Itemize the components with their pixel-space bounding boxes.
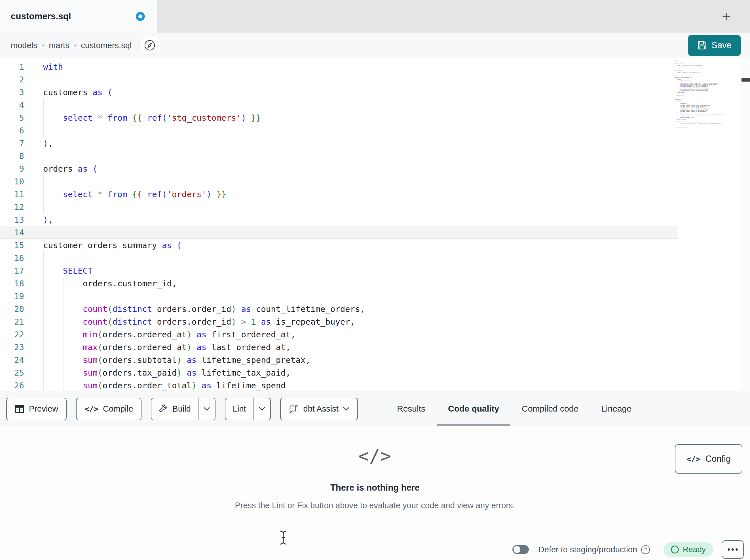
lint-dropdown-button[interactable]	[254, 398, 270, 420]
minimap[interactable]: with customers as ( select * from {{ ref…	[674, 60, 726, 132]
build-button-label: Build	[172, 404, 191, 414]
new-tab-button[interactable]: +	[703, 0, 750, 33]
code-line[interactable]: 7),	[0, 137, 678, 149]
dot-icon	[732, 548, 734, 551]
config-button[interactable]: </> Config	[675, 444, 742, 474]
action-toolbar: Preview </> Compile Build	[0, 391, 750, 426]
code-line[interactable]: 14	[0, 226, 678, 239]
code-line[interactable]: 21 count(distinct orders.order_id) > 1 a…	[0, 315, 678, 328]
code-line[interactable]: 17 SELECT	[0, 264, 678, 277]
line-number: 21	[0, 317, 24, 327]
breadcrumb-separator-icon: ›	[42, 41, 44, 50]
code-line[interactable]: 19	[0, 290, 678, 303]
breadcrumb-models[interactable]: models	[11, 41, 37, 50]
tab-compiled-code[interactable]: Compiled code	[510, 391, 590, 426]
save-button[interactable]: Save	[688, 35, 741, 56]
lint-button[interactable]: Lint	[225, 398, 254, 420]
code-line[interactable]: 1with	[0, 60, 678, 73]
breadcrumb-separator-icon: ›	[74, 41, 77, 50]
lint-button-label: Lint	[233, 404, 246, 414]
help-icon[interactable]: ?	[641, 545, 650, 554]
defer-label: Defer to staging/production	[538, 545, 637, 554]
line-number: 11	[0, 189, 24, 199]
empty-state-title: There is nothing here	[330, 483, 420, 493]
assist-chat-sparkle-icon	[289, 404, 299, 414]
editor-scrollbar-thumb[interactable]	[742, 78, 750, 82]
explore-lineage-button[interactable]	[139, 36, 160, 55]
line-number: 1	[0, 62, 24, 72]
line-number: 26	[0, 381, 24, 390]
code-line[interactable]: 18 orders.customer_id,	[0, 277, 678, 290]
build-dropdown-button[interactable]	[198, 398, 215, 420]
line-number: 20	[0, 304, 24, 314]
compile-button-label: Compile	[103, 404, 133, 414]
chevron-down-icon	[343, 407, 349, 411]
code-line[interactable]: 6	[0, 124, 678, 137]
line-number: 3	[0, 87, 24, 97]
minimap-line: select * from joined	[674, 127, 726, 129]
defer-toggle[interactable]	[512, 545, 529, 554]
compile-button[interactable]: </> Compile	[76, 398, 141, 420]
code-brackets-icon: </>	[687, 455, 700, 463]
wrench-icon	[159, 405, 168, 414]
code-line[interactable]: 25 sum(orders.tax_paid) as lifetime_tax_…	[0, 366, 678, 379]
line-number: 12	[0, 202, 24, 212]
dbt-assist-button-label: dbt Assist	[303, 404, 339, 414]
line-number: 4	[0, 100, 24, 110]
tab-bar-empty-space	[157, 0, 702, 33]
tab-lineage[interactable]: Lineage	[590, 391, 643, 426]
line-number: 15	[0, 241, 24, 250]
code-line[interactable]: 12	[0, 201, 678, 213]
code-line[interactable]: 13),	[0, 213, 678, 226]
status-bar: Defer to staging/production ? Ready	[0, 539, 750, 560]
code-line[interactable]: 24 sum(orders.subtotal) as lifetime_spen…	[0, 353, 678, 366]
line-number: 14	[0, 228, 24, 237]
code-line[interactable]: 20 count(distinct orders.order_id) as co…	[0, 303, 678, 315]
code-line[interactable]: 23 max(orders.ordered_at) as last_ordere…	[0, 341, 678, 353]
code-line[interactable]: 10	[0, 175, 678, 188]
code-line[interactable]: 2	[0, 73, 678, 86]
code-line[interactable]: 22 min(orders.ordered_at) as first_order…	[0, 328, 678, 341]
code-brackets-icon: </>	[358, 445, 392, 466]
toolbar-tabs-divider	[378, 391, 378, 426]
tab-code-quality[interactable]: Code quality	[437, 391, 510, 426]
code-line[interactable]: 16	[0, 251, 678, 264]
code-lines: 1with23customers as (45 select * from {{…	[0, 60, 678, 391]
line-number: 25	[0, 368, 24, 378]
line-number: 5	[0, 113, 24, 123]
code-line[interactable]: 8	[0, 149, 678, 162]
line-number: 22	[0, 330, 24, 339]
editor-scrollbar[interactable]	[741, 58, 750, 391]
breadcrumb: models › marts › customers.sql	[11, 41, 132, 50]
toolbar-buttons: Preview </> Compile Build	[6, 391, 358, 427]
code-line[interactable]: 11 select * from {{ ref('orders') }}	[0, 188, 678, 201]
build-split-button: Build	[151, 398, 216, 420]
code-line[interactable]: 3customers as (	[0, 86, 678, 99]
dbt-assist-button[interactable]: dbt Assist	[280, 398, 358, 420]
breadcrumb-marts[interactable]: marts	[49, 41, 70, 50]
code-line[interactable]: 5 select * from {{ ref('stg_customers') …	[0, 111, 678, 124]
code-line[interactable]: 26 sum(orders.order_total) as lifetime_s…	[0, 379, 678, 391]
preview-button[interactable]: Preview	[6, 398, 67, 420]
breadcrumb-customers-sql[interactable]: customers.sql	[81, 41, 132, 50]
indent-guide	[43, 175, 44, 213]
line-number: 23	[0, 343, 24, 352]
code-editor[interactable]: 1with23customers as (45 select * from {{…	[0, 58, 750, 391]
preview-button-label: Preview	[29, 404, 58, 414]
tab-customers-sql[interactable]: customers.sql	[0, 0, 157, 33]
build-button[interactable]: Build	[152, 398, 198, 420]
code-line[interactable]: 9orders as (	[0, 162, 678, 175]
line-number: 17	[0, 266, 24, 276]
line-number: 9	[0, 164, 24, 174]
empty-state-subtitle: Press the Lint or Fix button above to ev…	[235, 501, 515, 510]
code-line[interactable]: 15customer_orders_summary as (	[0, 239, 678, 251]
code-quality-panel: </> There is nothing here Press the Lint…	[0, 426, 750, 539]
code-line[interactable]: 4	[0, 99, 678, 111]
result-panel-tabs: Results Code quality Compiled code Linea…	[386, 391, 643, 426]
indent-guide	[43, 251, 44, 391]
tab-results[interactable]: Results	[386, 391, 437, 426]
dot-icon	[728, 548, 730, 551]
line-number: 2	[0, 75, 24, 84]
overflow-menu-button[interactable]	[722, 540, 744, 559]
code-brackets-icon: </>	[84, 405, 98, 413]
